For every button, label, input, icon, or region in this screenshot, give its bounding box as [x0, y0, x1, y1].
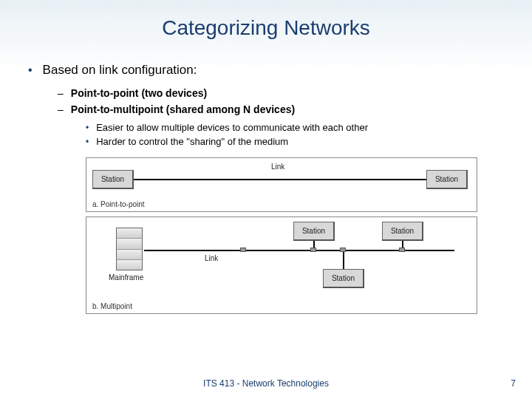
station-box: Station [323, 269, 364, 288]
mainframe-icon [116, 228, 143, 270]
footer-text: ITS 413 - Network Technologies [0, 378, 532, 389]
bullet-level3: • Harder to control the "sharing" of the… [86, 135, 504, 149]
drop-line [343, 251, 344, 269]
diagram-ptp: Link Station Station a. Point-to-point [86, 157, 477, 212]
bullet-text: Point-to-multipoint (shared among N devi… [71, 102, 295, 117]
bus-line [144, 250, 454, 251]
diagram-container: Link Station Station a. Point-to-point M… [86, 157, 477, 314]
bullet-text: Point-to-point (two devices) [71, 86, 207, 100]
bullet-text: Harder to control the "sharing" of the m… [96, 135, 288, 149]
tap-icon [340, 248, 346, 252]
station-box: Station [426, 170, 468, 189]
page-number: 7 [511, 378, 516, 389]
tap-icon [240, 248, 246, 252]
link-label: Link [205, 254, 218, 262]
dash-icon: – [58, 102, 64, 117]
station-box: Station [293, 222, 335, 241]
tap-icon [399, 248, 405, 252]
station-box: Station [92, 170, 134, 189]
bullet-text: Easier to allow multiple devices to comm… [96, 121, 368, 134]
station-box: Station [382, 222, 423, 241]
diagram-multipoint: Mainframe Link Station Station Station b… [86, 216, 477, 314]
bullet-dot-icon: • [86, 135, 89, 149]
link-label: Link [271, 163, 284, 171]
bullet-dot-icon: • [86, 121, 89, 134]
diagram-caption: a. Point-to-point [92, 200, 145, 208]
bullet-text: Based on link configuration: [43, 62, 197, 78]
bullet-level3: • Easier to allow multiple devices to co… [86, 121, 504, 134]
tap-icon [310, 248, 316, 252]
slide-title: Categorizing Networks [0, 0, 532, 40]
link-line [132, 179, 428, 180]
bullet-level2: – Point-to-point (two devices) [58, 86, 504, 100]
bullet-dot-icon: • [28, 62, 33, 78]
bullet-level2: – Point-to-multipoint (shared among N de… [58, 102, 504, 117]
bullet-level1: • Based on link configuration: [28, 62, 504, 78]
diagram-caption: b. Multipoint [92, 302, 132, 310]
mainframe-label: Mainframe [109, 273, 143, 282]
slide-body: • Based on link configuration: – Point-t… [0, 40, 532, 314]
dash-icon: – [58, 86, 64, 100]
